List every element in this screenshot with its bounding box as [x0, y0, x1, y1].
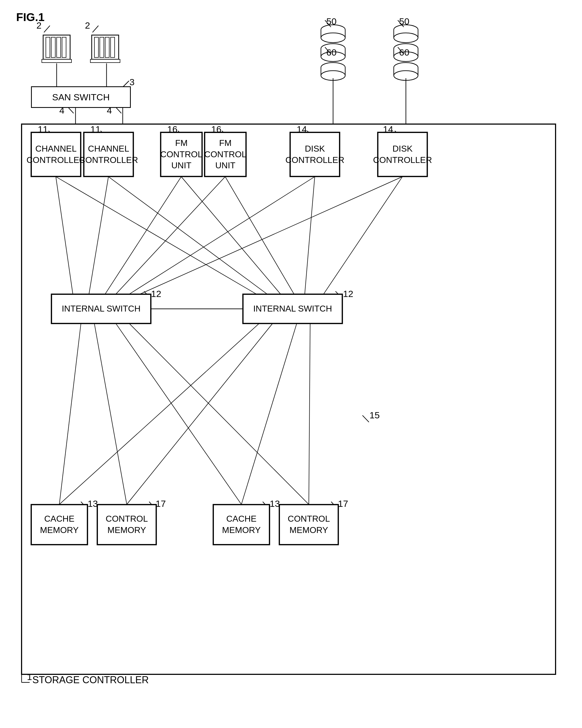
svg-line-75	[116, 324, 241, 504]
ref-50b: 50	[399, 16, 409, 27]
ref-2b: 2	[85, 20, 90, 31]
ref-1: 1	[27, 672, 32, 682]
svg-point-37	[394, 62, 418, 72]
internal-sw-2-box: INTERNAL SWITCH	[243, 294, 343, 324]
ref-17a: 17	[156, 498, 166, 509]
ref-15: 15	[369, 410, 380, 420]
svg-line-74	[95, 324, 127, 504]
svg-rect-5	[42, 59, 72, 62]
fm-ctrl-2-box: FM CONTROL UNIT	[205, 132, 246, 177]
disk-ctrl-1-box: DISK CONTROLLER	[290, 132, 340, 177]
cache-mem-1-box: CACHE MEMORY	[31, 504, 88, 545]
svg-rect-2	[51, 37, 55, 57]
svg-line-70	[305, 177, 315, 294]
ref-17b: 17	[338, 498, 348, 509]
svg-rect-0	[43, 35, 70, 59]
svg-line-72	[324, 177, 402, 294]
ctrl-mem-2-box: CONTROL MEMORY	[279, 504, 339, 545]
svg-line-78	[127, 324, 272, 504]
svg-line-65	[105, 177, 181, 294]
ref-2a: 2	[36, 20, 42, 31]
ref-60a: 60	[326, 47, 337, 58]
svg-rect-10	[111, 37, 115, 57]
svg-point-16	[321, 33, 345, 43]
svg-line-64	[108, 177, 267, 294]
ref-12b: 12	[343, 289, 353, 299]
svg-line-80	[309, 324, 310, 504]
ctrl-mem-1-box: CONTROL MEMORY	[97, 504, 156, 545]
storage-controller-label: STORAGE CONTROLLER	[32, 674, 149, 686]
internal-sw-1-box: INTERNAL SWITCH	[51, 294, 151, 324]
svg-rect-4	[62, 37, 66, 57]
svg-line-94	[363, 415, 369, 422]
ref-13b: 13	[270, 498, 280, 509]
svg-rect-3	[57, 37, 61, 57]
svg-line-66	[181, 177, 281, 294]
svg-point-22	[321, 62, 345, 72]
svg-point-41	[394, 71, 418, 80]
svg-line-68	[225, 177, 294, 294]
disk-ctrl-2-box: DISK CONTROLLER	[377, 132, 427, 177]
svg-point-26	[321, 71, 345, 80]
svg-line-76	[129, 324, 309, 504]
svg-line-81	[44, 26, 50, 32]
ref-60b: 60	[399, 47, 409, 58]
svg-rect-13	[321, 30, 345, 38]
svg-rect-11	[90, 59, 120, 62]
ref-50a: 50	[326, 16, 337, 27]
channel-ctrl-1-box: CHANNEL CONTROLLER	[31, 132, 81, 177]
svg-rect-48	[22, 124, 556, 674]
svg-line-73	[59, 324, 81, 504]
ref-3: 3	[129, 77, 135, 87]
svg-rect-9	[105, 37, 109, 57]
svg-line-67	[116, 177, 225, 294]
svg-rect-6	[92, 35, 119, 59]
svg-line-82	[92, 26, 99, 32]
svg-line-62	[56, 177, 256, 294]
svg-rect-7	[95, 37, 99, 57]
svg-line-71	[140, 177, 402, 294]
svg-rect-23	[321, 68, 345, 76]
cache-mem-2-box: CACHE MEMORY	[213, 504, 270, 545]
channel-ctrl-2-box: CHANNEL CONTROLLER	[84, 132, 133, 177]
ref-13a: 13	[88, 498, 98, 509]
san-switch-box: SAN SWITCH	[31, 86, 131, 108]
svg-line-69	[129, 177, 315, 294]
svg-line-63	[89, 177, 108, 294]
svg-rect-1	[46, 37, 50, 57]
svg-rect-8	[100, 37, 104, 57]
svg-rect-28	[394, 30, 418, 38]
fm-ctrl-1-box: FM CONTROL UNIT	[160, 132, 202, 177]
svg-line-61	[56, 177, 73, 294]
ref-12a: 12	[151, 289, 161, 299]
svg-rect-38	[394, 68, 418, 76]
svg-point-31	[394, 33, 418, 43]
svg-line-79	[241, 324, 297, 504]
svg-line-77	[59, 324, 259, 504]
